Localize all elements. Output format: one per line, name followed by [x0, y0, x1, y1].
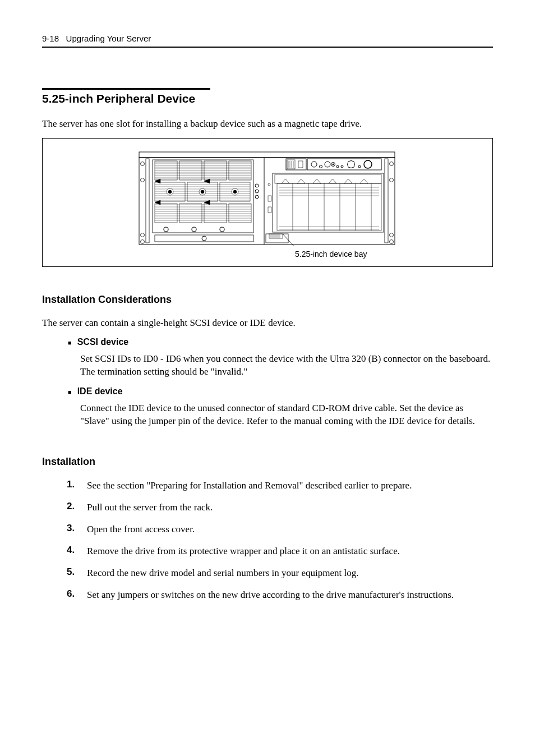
svg-marker-58 — [204, 179, 210, 183]
svg-marker-57 — [155, 179, 160, 183]
svg-marker-100 — [344, 179, 352, 183]
svg-point-40 — [168, 190, 172, 193]
svg-rect-3 — [385, 159, 388, 243]
svg-point-82 — [333, 164, 334, 165]
bullet-scsi: SCSI device Set SCSI IDs to ID0 - ID6 wh… — [80, 337, 493, 379]
svg-point-5 — [141, 178, 145, 182]
svg-marker-97 — [297, 179, 305, 183]
svg-point-8 — [390, 162, 394, 166]
step-num: 2. — [67, 501, 87, 512]
bullet-scsi-label: SCSI device — [80, 337, 493, 347]
svg-point-78 — [311, 162, 317, 167]
installation-title: Installation — [42, 456, 493, 468]
svg-point-9 — [390, 178, 394, 182]
installation-steps: 1. See the section "Preparing for Instal… — [67, 479, 493, 602]
bullet-ide-text: Connect the IDE device to the unused con… — [80, 402, 493, 428]
svg-rect-0 — [139, 158, 395, 245]
step-text: Pull out the server from the rack. — [87, 501, 213, 514]
step-1: 1. See the section "Preparing for Instal… — [67, 479, 493, 492]
svg-marker-96 — [282, 179, 289, 183]
svg-point-63 — [255, 195, 259, 199]
svg-point-42 — [201, 190, 204, 193]
svg-point-79 — [320, 165, 322, 168]
svg-point-61 — [255, 184, 259, 187]
svg-rect-114 — [268, 207, 271, 213]
svg-marker-101 — [360, 179, 368, 183]
svg-point-10 — [390, 233, 394, 237]
step-3: 3. Open the front access cover. — [67, 523, 493, 536]
svg-marker-59 — [155, 200, 160, 205]
step-6: 6. Set any jumpers or switches on the ne… — [67, 588, 493, 602]
chapter-title: Upgrading Your Server — [66, 34, 151, 43]
svg-point-6 — [141, 233, 145, 237]
considerations-title: Installation Considerations — [42, 294, 493, 306]
step-text: Open the front access cover. — [87, 523, 195, 536]
svg-rect-48 — [229, 204, 251, 223]
svg-marker-60 — [204, 200, 210, 205]
svg-rect-47 — [204, 204, 227, 223]
svg-point-86 — [364, 160, 372, 168]
considerations-intro: The server can contain a single-height S… — [42, 317, 493, 329]
step-5: 5. Record the new drive model and serial… — [67, 566, 493, 580]
figure-caption: 5.25-inch device bay — [295, 250, 367, 259]
svg-marker-99 — [329, 179, 336, 183]
section-title: 5.25-inch Peripheral Device — [42, 88, 210, 105]
step-num: 5. — [67, 566, 87, 578]
svg-rect-76 — [298, 161, 303, 168]
step-text: Record the new drive model and serial nu… — [87, 566, 358, 580]
step-num: 4. — [67, 545, 87, 556]
svg-rect-12 — [153, 160, 253, 233]
svg-point-67 — [220, 227, 224, 232]
svg-point-65 — [164, 227, 168, 232]
bullet-ide: IDE device Connect the IDE device to the… — [80, 386, 493, 428]
svg-marker-98 — [313, 179, 321, 183]
section-intro: The server has one slot for installing a… — [42, 118, 493, 130]
svg-point-66 — [192, 227, 196, 232]
step-text: Remove the drive from its protective wra… — [87, 545, 400, 558]
step-text: Set any jumpers or switches on the new d… — [87, 588, 454, 602]
svg-point-68 — [202, 236, 206, 241]
server-diagram — [138, 145, 396, 246]
svg-point-11 — [390, 240, 394, 244]
svg-rect-113 — [268, 196, 271, 201]
svg-rect-2 — [146, 159, 149, 243]
step-num: 6. — [67, 588, 87, 600]
svg-point-83 — [336, 165, 339, 168]
step-text: See the section "Preparing for Installat… — [87, 479, 412, 492]
step-num: 1. — [67, 479, 87, 490]
svg-point-62 — [255, 190, 259, 193]
server-figure: 5.25-inch device bay — [42, 138, 493, 267]
svg-point-115 — [268, 183, 270, 186]
step-num: 3. — [67, 523, 87, 534]
svg-rect-46 — [179, 204, 202, 223]
bullet-scsi-text: Set SCSI IDs to ID0 - ID6 when you conne… — [80, 353, 493, 379]
bullet-ide-label: IDE device — [80, 386, 493, 397]
page-number: 9-18 — [42, 34, 59, 43]
svg-point-84 — [341, 165, 343, 168]
page-header: 9-18 Upgrading Your Server — [42, 34, 493, 48]
step-4: 4. Remove the drive from its protective … — [67, 545, 493, 558]
svg-point-80 — [325, 162, 330, 167]
svg-point-4 — [141, 162, 145, 166]
svg-point-85 — [358, 165, 361, 168]
svg-rect-1 — [139, 152, 395, 158]
svg-point-7 — [141, 240, 145, 244]
svg-rect-70 — [286, 159, 306, 170]
svg-rect-77 — [307, 159, 381, 170]
svg-rect-45 — [155, 204, 177, 223]
step-2: 2. Pull out the server from the rack. — [67, 501, 493, 514]
svg-point-44 — [233, 190, 237, 193]
